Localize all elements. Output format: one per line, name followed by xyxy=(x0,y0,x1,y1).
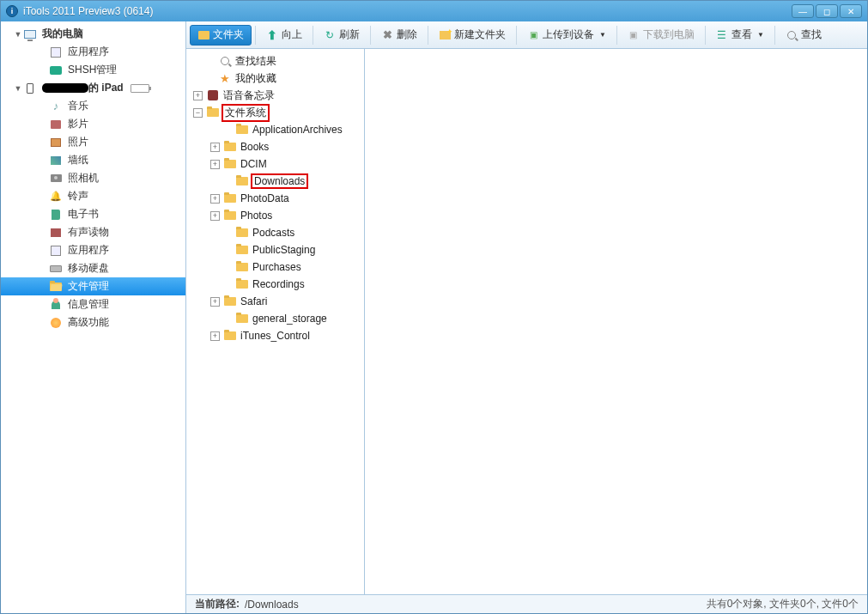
tree-folder[interactable]: Recordings xyxy=(186,276,364,293)
expand-icon[interactable]: + xyxy=(210,194,220,204)
computer-icon xyxy=(23,27,37,41)
tree-folder[interactable]: +DCIM xyxy=(186,155,364,173)
separator xyxy=(255,26,256,45)
window-title: iTools 2011 Preview3 (0614) xyxy=(23,5,792,17)
tree-folder[interactable]: PublicStaging xyxy=(186,241,364,258)
sidebar-item-filemanager[interactable]: 文件管理 xyxy=(1,277,185,295)
toolbar-up-button[interactable]: ⬆向上 xyxy=(259,25,309,46)
tree-label: 语音备忘录 xyxy=(223,88,275,103)
dropdown-icon: ▼ xyxy=(757,31,764,39)
sidebar-item-ebooks[interactable]: 电子书 xyxy=(1,205,185,223)
voice-icon xyxy=(206,89,220,101)
folder-icon xyxy=(235,124,249,136)
sidebar-label: 信息管理 xyxy=(68,297,109,312)
expand-icon[interactable]: + xyxy=(193,91,203,100)
sidebar-item-apps[interactable]: 应用程序 xyxy=(1,43,185,61)
app-icon xyxy=(49,244,63,258)
expand-icon[interactable]: + xyxy=(210,331,220,341)
tree-folder[interactable]: +iTunes_Control xyxy=(186,327,364,344)
status-bar: 当前路径: /Downloads 共有0个对象, 文件夹0个, 文件0个 xyxy=(186,594,867,613)
file-list-view[interactable] xyxy=(365,49,867,594)
tree-folder[interactable]: general_storage xyxy=(186,310,364,327)
tree-label: PublicStaging xyxy=(252,244,315,256)
titlebar[interactable]: i iTools 2011 Preview3 (0614) — ◻ ✕ xyxy=(1,1,867,21)
expand-icon[interactable]: + xyxy=(210,160,220,169)
toolbar-newfolder-button[interactable]: 新建文件夹 xyxy=(432,25,513,46)
toolbar-view-button[interactable]: ☰查看▼ xyxy=(709,25,771,46)
separator xyxy=(516,26,517,45)
sidebar-root-mycomputer[interactable]: ▼ 我的电脑 xyxy=(1,25,185,43)
toolbar-label: 查看 xyxy=(731,27,752,42)
sidebar-label: 文件管理 xyxy=(68,279,109,294)
toolbar-upload-button[interactable]: ▣上传到设备▼ xyxy=(520,25,613,46)
tree-file-system[interactable]: −文件系统 xyxy=(186,104,364,121)
tree-label: 查找结果 xyxy=(235,54,276,69)
separator xyxy=(428,26,428,45)
expand-icon[interactable]: + xyxy=(210,297,220,307)
wallpaper-icon xyxy=(49,154,63,167)
tree-favorites[interactable]: ★我的收藏 xyxy=(186,70,364,87)
main-body: ▼ 我的电脑 应用程序 SHSH管理 ▼ 的 iPad ♪音乐 影片 照片 墙纸… xyxy=(1,21,867,613)
expand-icon[interactable]: + xyxy=(210,211,220,221)
dropdown-icon: ▼ xyxy=(599,31,606,39)
folder-icon xyxy=(235,278,249,290)
photo-icon xyxy=(49,136,63,149)
tree-folder[interactable]: +Safari xyxy=(186,293,364,310)
tree-voice-memos[interactable]: +语音备忘录 xyxy=(186,87,364,104)
collapse-icon[interactable]: − xyxy=(193,108,203,118)
sidebar: ▼ 我的电脑 应用程序 SHSH管理 ▼ 的 iPad ♪音乐 影片 照片 墙纸… xyxy=(1,21,186,613)
music-icon: ♪ xyxy=(49,100,63,113)
tree-folder[interactable]: +Photos xyxy=(186,207,364,224)
tree-folder[interactable]: +Books xyxy=(186,138,364,155)
ipad-icon xyxy=(23,82,37,95)
sidebar-item-info[interactable]: 信息管理 xyxy=(1,295,185,313)
sidebar-item-music[interactable]: ♪音乐 xyxy=(1,97,185,115)
folder-icon xyxy=(235,175,249,187)
maximize-button[interactable]: ◻ xyxy=(816,4,838,18)
tree-folder-downloads[interactable]: Downloads xyxy=(186,173,364,190)
sidebar-item-audiobooks[interactable]: 有声读物 xyxy=(1,223,185,241)
sidebar-label: 墙纸 xyxy=(68,153,88,167)
folder-icon xyxy=(223,295,237,307)
sidebar-label: 高级功能 xyxy=(68,315,109,330)
toolbar-find-button[interactable]: 查找 xyxy=(779,25,829,46)
path-value: /Downloads xyxy=(245,599,299,611)
minimize-button[interactable]: — xyxy=(792,4,814,18)
sidebar-label: SHSH管理 xyxy=(68,63,117,77)
tree-folder[interactable]: Purchases xyxy=(186,258,364,276)
sidebar-item-advanced[interactable]: 高级功能 xyxy=(1,313,185,331)
sidebar-item-camera[interactable]: 照相机 xyxy=(1,169,185,187)
sidebar-item-harddisk[interactable]: 移动硬盘 xyxy=(1,259,185,277)
toolbar-label: 刷新 xyxy=(339,27,360,42)
folder-icon xyxy=(223,330,237,342)
sidebar-item-video[interactable]: 影片 xyxy=(1,115,185,133)
sidebar-item-photos[interactable]: 照片 xyxy=(1,133,185,151)
delete-icon: ✖ xyxy=(381,29,393,41)
folder-tree: 查找结果 ★我的收藏 +语音备忘录 −文件系统 ApplicationArchi… xyxy=(186,49,365,594)
expand-icon[interactable]: + xyxy=(210,143,220,152)
toolbar-delete-button[interactable]: ✖删除 xyxy=(374,25,424,46)
close-button[interactable]: ✕ xyxy=(840,4,862,18)
sidebar-item-apps2[interactable]: 应用程序 xyxy=(1,241,185,259)
status-summary: 共有0个对象, 文件夹0个, 文件0个 xyxy=(707,597,859,611)
tree-label: general_storage xyxy=(252,313,327,325)
toolbar: 文件夹 ⬆向上 ↻刷新 ✖删除 新建文件夹 ▣上传到设备▼ ▣下载到电脑 ☰查看… xyxy=(186,21,867,49)
sidebar-root-ipad[interactable]: ▼ 的 iPad xyxy=(1,79,185,97)
toolbar-download-button[interactable]: ▣下载到电脑 xyxy=(621,25,701,46)
tree-folder[interactable]: +PhotoData xyxy=(186,190,364,207)
camera-icon xyxy=(49,172,63,185)
tree-label: Photos xyxy=(240,210,272,222)
tree-label: Safari xyxy=(240,295,267,307)
sidebar-item-wallpaper[interactable]: 墙纸 xyxy=(1,151,185,169)
folder-icon xyxy=(223,141,237,153)
upload-icon: ▣ xyxy=(527,29,539,41)
tree-label: iTunes_Control xyxy=(240,330,310,342)
toolbar-refresh-button[interactable]: ↻刷新 xyxy=(317,25,367,46)
tree-folder[interactable]: Podcasts xyxy=(186,224,364,241)
sidebar-item-shsh[interactable]: SHSH管理 xyxy=(1,61,185,79)
toolbar-folders-button[interactable]: 文件夹 xyxy=(190,25,252,46)
toolbar-label: 查找 xyxy=(801,27,822,42)
tree-search-results[interactable]: 查找结果 xyxy=(186,52,364,70)
tree-folder[interactable]: ApplicationArchives xyxy=(186,121,364,138)
sidebar-item-ringtones[interactable]: 🔔铃声 xyxy=(1,187,185,205)
